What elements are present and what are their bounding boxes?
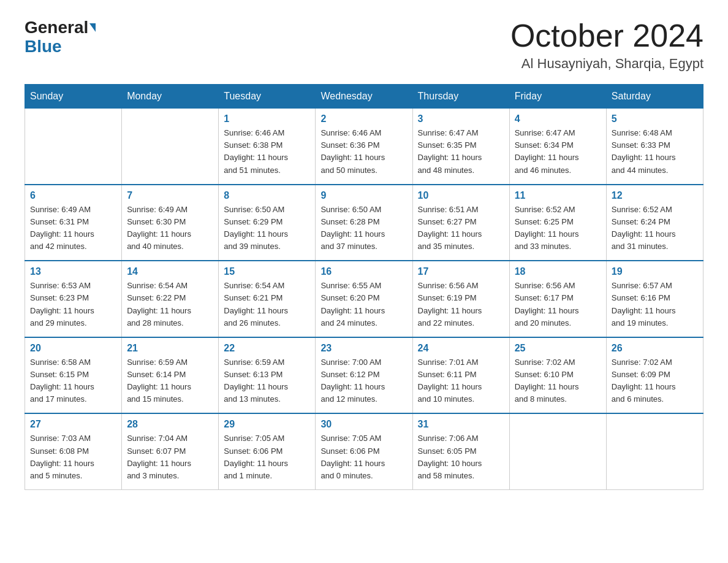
- calendar-cell-2-2: 15Sunrise: 6:54 AMSunset: 6:21 PMDayligh…: [219, 261, 316, 337]
- calendar-cell-3-0: 20Sunrise: 6:58 AMSunset: 6:15 PMDayligh…: [25, 337, 122, 414]
- header-sunday: Sunday: [25, 85, 122, 109]
- calendar-cell-4-5: [509, 413, 606, 489]
- header-friday: Friday: [509, 85, 606, 109]
- day-info: Sunrise: 7:04 AMSunset: 6:07 PMDaylight:…: [127, 432, 213, 482]
- calendar-cell-4-3: 30Sunrise: 7:05 AMSunset: 6:06 PMDayligh…: [316, 413, 412, 489]
- calendar-cell-4-6: [606, 413, 703, 489]
- day-number: 5: [612, 113, 698, 124]
- day-info: Sunrise: 6:48 AMSunset: 6:33 PMDaylight:…: [612, 127, 698, 177]
- day-info: Sunrise: 6:51 AMSunset: 6:27 PMDaylight:…: [418, 204, 504, 253]
- day-info: Sunrise: 7:06 AMSunset: 6:05 PMDaylight:…: [418, 432, 504, 482]
- day-number: 23: [320, 343, 407, 354]
- calendar-cell-3-3: 23Sunrise: 7:00 AMSunset: 6:12 PMDayligh…: [316, 337, 412, 414]
- logo-general-text: General: [25, 18, 88, 37]
- day-info: Sunrise: 7:05 AMSunset: 6:06 PMDaylight:…: [224, 432, 310, 482]
- day-number: 21: [127, 343, 213, 354]
- calendar-cell-1-6: 12Sunrise: 6:52 AMSunset: 6:24 PMDayligh…: [606, 185, 703, 261]
- day-number: 3: [418, 113, 504, 124]
- header-monday: Monday: [122, 85, 219, 109]
- calendar-cell-3-6: 26Sunrise: 7:02 AMSunset: 6:09 PMDayligh…: [606, 337, 703, 414]
- day-number: 19: [612, 266, 698, 277]
- calendar-week-4: 20Sunrise: 6:58 AMSunset: 6:15 PMDayligh…: [25, 337, 703, 414]
- calendar-cell-3-2: 22Sunrise: 6:59 AMSunset: 6:13 PMDayligh…: [219, 337, 316, 414]
- header-saturday: Saturday: [606, 85, 703, 109]
- day-info: Sunrise: 6:54 AMSunset: 6:22 PMDaylight:…: [127, 280, 213, 329]
- day-info: Sunrise: 6:50 AMSunset: 6:29 PMDaylight:…: [224, 204, 310, 253]
- calendar-cell-3-4: 24Sunrise: 7:01 AMSunset: 6:11 PMDayligh…: [412, 337, 509, 414]
- day-number: 15: [224, 266, 310, 277]
- day-info: Sunrise: 6:46 AMSunset: 6:38 PMDaylight:…: [224, 127, 310, 177]
- day-number: 24: [418, 343, 504, 354]
- day-info: Sunrise: 6:59 AMSunset: 6:13 PMDaylight:…: [224, 356, 310, 406]
- calendar-cell-2-3: 16Sunrise: 6:55 AMSunset: 6:20 PMDayligh…: [316, 261, 412, 337]
- day-info: Sunrise: 7:05 AMSunset: 6:06 PMDaylight:…: [320, 432, 407, 482]
- calendar-cell-1-4: 10Sunrise: 6:51 AMSunset: 6:27 PMDayligh…: [412, 185, 509, 261]
- day-info: Sunrise: 7:02 AMSunset: 6:09 PMDaylight:…: [612, 356, 698, 406]
- day-number: 25: [515, 343, 601, 354]
- day-number: 17: [418, 266, 504, 277]
- day-info: Sunrise: 6:52 AMSunset: 6:25 PMDaylight:…: [515, 204, 601, 253]
- day-number: 14: [127, 266, 213, 277]
- calendar-cell-0-1: [122, 109, 219, 185]
- day-number: 27: [30, 419, 116, 430]
- calendar-week-5: 27Sunrise: 7:03 AMSunset: 6:08 PMDayligh…: [25, 413, 703, 489]
- calendar-cell-2-5: 18Sunrise: 6:56 AMSunset: 6:17 PMDayligh…: [509, 261, 606, 337]
- calendar-cell-4-1: 28Sunrise: 7:04 AMSunset: 6:07 PMDayligh…: [122, 413, 219, 489]
- calendar-table: Sunday Monday Tuesday Wednesday Thursday…: [25, 84, 703, 490]
- calendar-cell-0-6: 5Sunrise: 6:48 AMSunset: 6:33 PMDaylight…: [606, 109, 703, 185]
- day-number: 4: [515, 113, 601, 124]
- day-info: Sunrise: 7:02 AMSunset: 6:10 PMDaylight:…: [515, 356, 601, 406]
- calendar-week-1: 1Sunrise: 6:46 AMSunset: 6:38 PMDaylight…: [25, 109, 703, 185]
- calendar-cell-4-2: 29Sunrise: 7:05 AMSunset: 6:06 PMDayligh…: [219, 413, 316, 489]
- calendar-cell-1-3: 9Sunrise: 6:50 AMSunset: 6:28 PMDaylight…: [316, 185, 412, 261]
- calendar-cell-0-0: [25, 109, 122, 185]
- day-info: Sunrise: 6:47 AMSunset: 6:35 PMDaylight:…: [418, 127, 504, 177]
- logo-arrow-icon: [89, 23, 96, 32]
- day-number: 10: [418, 190, 504, 201]
- calendar-subtitle: Al Husayniyah, Sharqia, Egypt: [510, 56, 703, 72]
- day-number: 16: [320, 266, 407, 277]
- day-info: Sunrise: 7:03 AMSunset: 6:08 PMDaylight:…: [30, 432, 116, 482]
- day-number: 9: [320, 190, 407, 201]
- day-number: 31: [418, 419, 504, 430]
- day-info: Sunrise: 6:53 AMSunset: 6:23 PMDaylight:…: [30, 280, 116, 329]
- day-number: 1: [224, 113, 310, 124]
- day-info: Sunrise: 6:56 AMSunset: 6:17 PMDaylight:…: [515, 280, 601, 329]
- calendar-cell-4-4: 31Sunrise: 7:06 AMSunset: 6:05 PMDayligh…: [412, 413, 509, 489]
- title-block: October 2024 Al Husayniyah, Sharqia, Egy…: [510, 18, 703, 72]
- calendar-cell-0-3: 2Sunrise: 6:46 AMSunset: 6:36 PMDaylight…: [316, 109, 412, 185]
- calendar-cell-3-5: 25Sunrise: 7:02 AMSunset: 6:10 PMDayligh…: [509, 337, 606, 414]
- day-number: 11: [515, 190, 601, 201]
- day-number: 12: [612, 190, 698, 201]
- calendar-cell-2-1: 14Sunrise: 6:54 AMSunset: 6:22 PMDayligh…: [122, 261, 219, 337]
- day-info: Sunrise: 6:49 AMSunset: 6:30 PMDaylight:…: [127, 204, 213, 253]
- day-info: Sunrise: 6:57 AMSunset: 6:16 PMDaylight:…: [612, 280, 698, 329]
- weekday-header-row: Sunday Monday Tuesday Wednesday Thursday…: [25, 85, 703, 109]
- day-number: 29: [224, 419, 310, 430]
- day-info: Sunrise: 7:01 AMSunset: 6:11 PMDaylight:…: [418, 356, 504, 406]
- day-number: 28: [127, 419, 213, 430]
- day-info: Sunrise: 6:56 AMSunset: 6:19 PMDaylight:…: [418, 280, 504, 329]
- day-number: 22: [224, 343, 310, 354]
- day-info: Sunrise: 6:47 AMSunset: 6:34 PMDaylight:…: [515, 127, 601, 177]
- calendar-cell-0-4: 3Sunrise: 6:47 AMSunset: 6:35 PMDaylight…: [412, 109, 509, 185]
- calendar-cell-0-5: 4Sunrise: 6:47 AMSunset: 6:34 PMDaylight…: [509, 109, 606, 185]
- day-number: 2: [320, 113, 407, 124]
- calendar-cell-0-2: 1Sunrise: 6:46 AMSunset: 6:38 PMDaylight…: [219, 109, 316, 185]
- calendar-cell-1-2: 8Sunrise: 6:50 AMSunset: 6:29 PMDaylight…: [219, 185, 316, 261]
- logo: General Blue: [25, 18, 96, 56]
- logo-blue-text: Blue: [25, 37, 96, 56]
- day-info: Sunrise: 6:58 AMSunset: 6:15 PMDaylight:…: [30, 356, 116, 406]
- day-info: Sunrise: 6:49 AMSunset: 6:31 PMDaylight:…: [30, 204, 116, 253]
- day-info: Sunrise: 6:46 AMSunset: 6:36 PMDaylight:…: [320, 127, 407, 177]
- calendar-cell-2-0: 13Sunrise: 6:53 AMSunset: 6:23 PMDayligh…: [25, 261, 122, 337]
- day-info: Sunrise: 6:59 AMSunset: 6:14 PMDaylight:…: [127, 356, 213, 406]
- day-info: Sunrise: 7:00 AMSunset: 6:12 PMDaylight:…: [320, 356, 407, 406]
- day-info: Sunrise: 6:54 AMSunset: 6:21 PMDaylight:…: [224, 280, 310, 329]
- calendar-cell-2-4: 17Sunrise: 6:56 AMSunset: 6:19 PMDayligh…: [412, 261, 509, 337]
- calendar-cell-1-0: 6Sunrise: 6:49 AMSunset: 6:31 PMDaylight…: [25, 185, 122, 261]
- day-number: 6: [30, 190, 116, 201]
- calendar-cell-4-0: 27Sunrise: 7:03 AMSunset: 6:08 PMDayligh…: [25, 413, 122, 489]
- day-number: 30: [320, 419, 407, 430]
- day-number: 18: [515, 266, 601, 277]
